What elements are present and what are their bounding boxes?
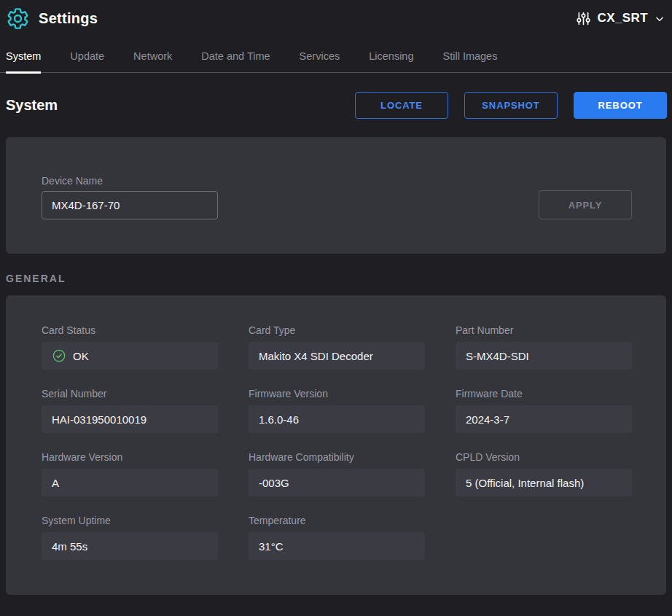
field-system-uptime: System Uptime4m 55s bbox=[42, 515, 218, 560]
section-title: System bbox=[6, 97, 58, 114]
device-selector[interactable]: CX_SRT bbox=[576, 11, 665, 26]
device-name-card: Device Name APPLY bbox=[6, 137, 666, 254]
field-label: System Uptime bbox=[42, 515, 218, 527]
device-name-input[interactable] bbox=[42, 191, 218, 219]
readonly-field: -003G bbox=[249, 469, 425, 496]
field-value: 4m 55s bbox=[52, 540, 87, 553]
tab-bar: SystemUpdateNetworkDate and TimeServices… bbox=[0, 36, 672, 73]
general-heading: GENERAL bbox=[6, 273, 666, 284]
field-label: Part Number bbox=[456, 324, 632, 337]
chevron-down-icon bbox=[655, 12, 665, 24]
apply-button[interactable]: APPLY bbox=[539, 190, 632, 219]
readonly-field: A bbox=[42, 469, 218, 496]
readonly-field: 5 (Official, Internal flash) bbox=[456, 469, 632, 496]
field-label: Temperature bbox=[249, 515, 425, 527]
field-card-status: Card StatusOK bbox=[42, 324, 218, 370]
field-label: Card Type bbox=[249, 324, 425, 337]
field-value: -003G bbox=[259, 477, 289, 489]
field-value: OK bbox=[73, 350, 89, 362]
system-actions: LOCATESNAPSHOTREBOOT bbox=[355, 92, 667, 119]
field-firmware-date: Firmware Date2024-3-7 bbox=[456, 388, 632, 433]
field-label: CPLD Version bbox=[456, 451, 632, 464]
readonly-field: OK bbox=[42, 342, 218, 370]
field-label: Hardware Version bbox=[42, 451, 218, 464]
general-card: Card StatusOKCard TypeMakito X4 SDI Deco… bbox=[6, 295, 666, 595]
reboot-button[interactable]: REBOOT bbox=[574, 92, 667, 119]
snapshot-button[interactable]: SNAPSHOT bbox=[464, 92, 558, 119]
readonly-field: 2024-3-7 bbox=[456, 405, 632, 433]
field-hardware-version: Hardware VersionA bbox=[42, 451, 218, 496]
field-card-type: Card TypeMakito X4 SDI Decoder bbox=[249, 324, 425, 370]
field-firmware-version: Firmware Version1.6.0-46 bbox=[249, 388, 425, 433]
field-part-number: Part NumberS-MX4D-SDI bbox=[456, 324, 632, 370]
readonly-field: 1.6.0-46 bbox=[249, 405, 425, 433]
gear-icon bbox=[6, 7, 30, 31]
field-value: 5 (Official, Internal flash) bbox=[466, 477, 584, 489]
field-temperature: Temperature31°C bbox=[249, 515, 425, 560]
readonly-field: S-MX4D-SDI bbox=[456, 342, 632, 370]
locate-button[interactable]: LOCATE bbox=[355, 92, 448, 119]
tab-still-images[interactable]: Still Images bbox=[442, 40, 497, 74]
field-value: 2024-3-7 bbox=[466, 413, 509, 426]
device-selector-label: CX_SRT bbox=[598, 11, 648, 26]
system-section-header: System LOCATESNAPSHOTREBOOT bbox=[0, 73, 672, 137]
check-circle-icon bbox=[52, 348, 66, 363]
sliders-icon bbox=[576, 11, 591, 26]
settings-page: Settings CX_SRT SystemUpdateNetworkDate … bbox=[0, 0, 672, 616]
field-cpld-version: CPLD Version5 (Official, Internal flash) bbox=[456, 451, 632, 496]
readonly-field: 31°C bbox=[249, 532, 425, 560]
field-value: A bbox=[52, 477, 59, 489]
field-value: HAI-031950010019 bbox=[52, 413, 146, 426]
field-label: Card Status bbox=[42, 324, 218, 337]
tab-network[interactable]: Network bbox=[133, 40, 172, 74]
tab-services[interactable]: Services bbox=[300, 40, 340, 74]
field-serial-number: Serial NumberHAI-031950010019 bbox=[42, 388, 218, 433]
field-value: Makito X4 SDI Decoder bbox=[259, 350, 373, 362]
tab-licensing[interactable]: Licensing bbox=[369, 40, 413, 74]
page-title: Settings bbox=[39, 10, 98, 27]
device-name-label: Device Name bbox=[42, 175, 103, 187]
tab-system[interactable]: System bbox=[6, 40, 41, 74]
field-value: 31°C bbox=[259, 540, 284, 553]
readonly-field: 4m 55s bbox=[42, 532, 218, 560]
field-label: Hardware Compatibility bbox=[249, 451, 425, 464]
readonly-field: HAI-031950010019 bbox=[42, 405, 218, 433]
general-grid: Card StatusOKCard TypeMakito X4 SDI Deco… bbox=[42, 324, 632, 560]
field-label: Firmware Version bbox=[249, 388, 425, 400]
field-label: Serial Number bbox=[42, 388, 218, 400]
field-hardware-compatibility: Hardware Compatibility-003G bbox=[249, 451, 425, 496]
tab-update[interactable]: Update bbox=[70, 40, 104, 74]
app-header: Settings CX_SRT bbox=[0, 0, 672, 36]
field-value: S-MX4D-SDI bbox=[466, 350, 529, 362]
readonly-field: Makito X4 SDI Decoder bbox=[249, 342, 425, 370]
tab-date-and-time[interactable]: Date and Time bbox=[201, 40, 270, 74]
field-value: 1.6.0-46 bbox=[259, 413, 299, 426]
field-label: Firmware Date bbox=[456, 388, 632, 400]
